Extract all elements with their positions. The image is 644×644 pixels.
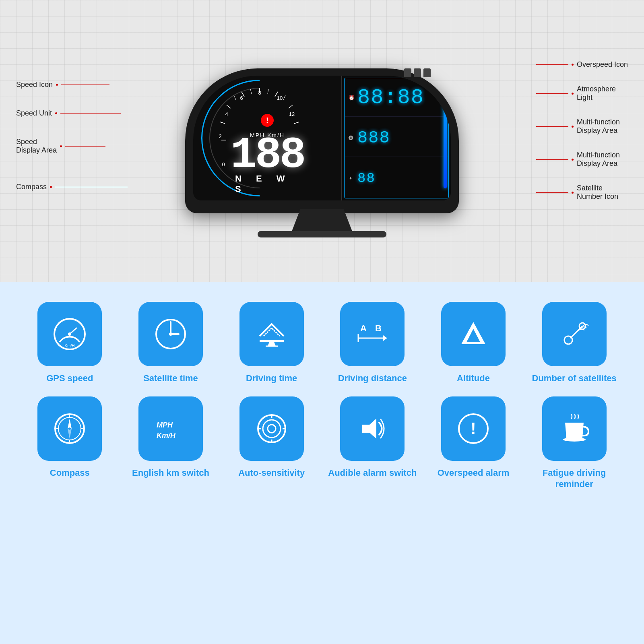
svg-text:MPH: MPH [157, 421, 173, 429]
svg-line-18 [250, 89, 252, 94]
feature-overspeed-alarm: ! Overspeed alarm [428, 396, 519, 490]
fatigue-driving-icon [556, 411, 592, 447]
feature-gps-speed: Km/H GPS speed [24, 302, 116, 384]
svg-point-50 [258, 415, 285, 442]
atm-line [536, 93, 568, 94]
multi-mid-dot [572, 159, 574, 161]
fatigue-driving-label: Fatigue driving reminder [528, 467, 620, 490]
svg-text:2: 2 [219, 133, 221, 139]
svg-point-60 [563, 438, 586, 442]
audible-alarm-label: Audible alarm switch [328, 467, 417, 479]
features-section: Km/H GPS speed Satellite time [0, 282, 644, 644]
overspeed-icon-label: Overspeed Icon [577, 60, 628, 69]
atm-dot [572, 93, 574, 95]
altitude-icon [455, 316, 491, 352]
ab-small-icon: 🅐 [349, 135, 355, 141]
compass-dot [50, 186, 52, 188]
svg-line-14 [220, 122, 225, 124]
svg-text:A: A [360, 323, 367, 333]
overspeed-alarm-label: Overspeed alarm [438, 467, 510, 479]
speed-unit-dot [55, 112, 57, 114]
feature-compass: Compass [24, 396, 116, 490]
svg-point-22 [68, 332, 71, 336]
satellite-small-icon: ✦ [349, 175, 355, 181]
overspeed-alarm-icon: ! [455, 411, 491, 447]
left-annotations: Speed Icon Speed Unit SpeedDisplay Area … [16, 80, 128, 191]
atmosphere-light-label: AtmosphereLight [577, 85, 616, 102]
feature-fatigue-driving: Fatigue driving reminder [528, 396, 620, 490]
speed-display-dot [60, 145, 62, 147]
svg-text:6: 6 [240, 95, 243, 101]
svg-point-51 [263, 420, 281, 438]
satellites-label: Dumber of satellites [532, 373, 617, 384]
speed-icon-line [61, 85, 109, 85]
satellite-num-dot [572, 192, 574, 194]
overspeed-warning-icon: ! [261, 114, 274, 127]
svg-line-16 [268, 89, 268, 94]
speed-icon-dot [56, 84, 58, 86]
altitude-icon-box [441, 302, 506, 366]
english-km-icon-box: MPH Km/H [138, 396, 203, 461]
mid-digit-display: 888 [357, 128, 390, 148]
auto-sensitivity-icon-box [239, 396, 304, 461]
svg-marker-43 [68, 429, 72, 439]
top-digit-display: 88:88 [357, 86, 424, 109]
compass-feature-icon [52, 411, 88, 447]
svg-marker-57 [362, 419, 376, 439]
svg-point-40 [55, 414, 84, 443]
satellite-time-icon [153, 316, 189, 352]
overspeed-line [536, 64, 568, 65]
driving-time-icon [254, 316, 290, 352]
svg-text:Km/H: Km/H [157, 431, 176, 440]
speed-unit-line [60, 113, 121, 114]
satellite-time-label: Satellite time [143, 373, 198, 384]
display-row-mid: 🅐 888 [345, 119, 448, 157]
multi-mid-line [536, 159, 568, 160]
svg-text:10: 10 [277, 95, 283, 101]
compass-label: Compass [16, 183, 47, 191]
hud-base [258, 231, 386, 237]
compass-display: N E W S [235, 173, 306, 194]
compass-line [55, 187, 128, 187]
satellites-icon-box [542, 302, 607, 366]
svg-point-52 [268, 425, 276, 433]
gps-speed-icon: Km/H [52, 316, 88, 352]
svg-text:!: ! [471, 419, 476, 437]
svg-text:0: 0 [222, 161, 225, 167]
speed-display-label: SpeedDisplay Area [16, 138, 57, 155]
svg-line-19 [234, 95, 236, 100]
multi-top-dot [572, 126, 574, 128]
svg-marker-34 [383, 335, 387, 341]
audible-alarm-icon [354, 411, 390, 447]
right-annotations: Overspeed Icon AtmosphereLight Multi-fun… [536, 60, 628, 201]
multifunction-display: ⏰ 88:88 🅐 888 ✦ 88 [342, 76, 451, 200]
english-km-label: English km switch [132, 467, 209, 479]
display-row-top: ⏰ 88:88 [345, 79, 448, 117]
speed-number-display: 188 [230, 130, 304, 180]
speed-unit-label: Speed Unit [16, 109, 52, 118]
speedometer-area: 8 10 12 6 4 2 0 [193, 76, 342, 200]
svg-line-10 [294, 122, 299, 124]
feature-english-km: MPH Km/H English km switch [125, 396, 217, 490]
svg-line-13 [227, 105, 231, 108]
svg-line-9 [289, 105, 293, 108]
hud-device: 8 10 12 6 4 2 0 [181, 68, 463, 237]
speed-display-line [65, 146, 105, 147]
satellite-num-line [536, 192, 568, 193]
feature-satellites: Dumber of satellites [528, 302, 620, 384]
feature-audible-alarm: Audible alarm switch [327, 396, 418, 490]
features-grid: Km/H GPS speed Satellite time [24, 302, 620, 490]
driving-distance-icon-box: A B [340, 302, 405, 366]
bot-digit-display: 88 [357, 171, 376, 186]
compass-feature-label: Compass [50, 467, 90, 479]
gps-speed-label: GPS speed [46, 373, 93, 384]
overspeed-alarm-icon-box: ! [441, 396, 506, 461]
svg-line-17 [283, 95, 285, 100]
svg-text:Km/H: Km/H [65, 344, 75, 348]
driving-time-icon-box [239, 302, 304, 366]
auto-sensitivity-label: Auto-sensitivity [238, 467, 305, 479]
svg-point-27 [169, 332, 172, 336]
multifunction-mid-label: Multi-functionDisplay Area [577, 151, 620, 168]
satellite-number-icon-label: SatelliteNumber Icon [577, 184, 618, 201]
gps-speed-icon-box: Km/H [37, 302, 102, 366]
